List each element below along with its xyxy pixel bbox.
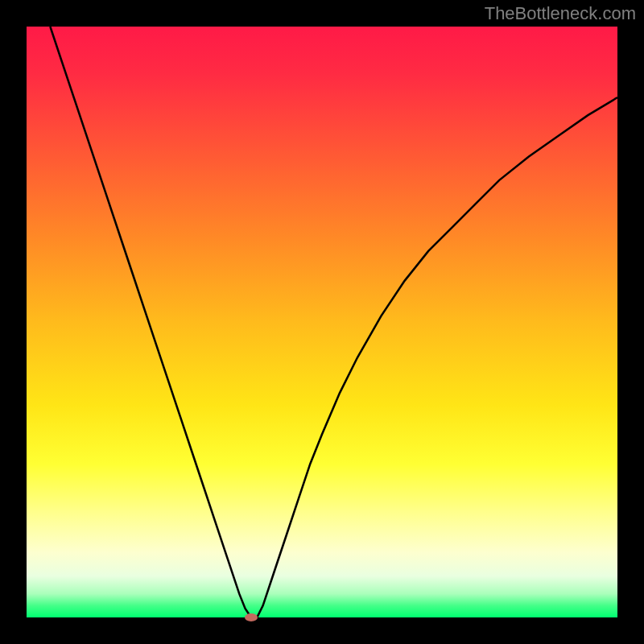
optimal-point-marker xyxy=(245,613,258,621)
attribution-text: TheBottleneck.com xyxy=(485,3,636,24)
chart-plot-area xyxy=(27,27,617,617)
bottleneck-curve xyxy=(27,27,617,617)
